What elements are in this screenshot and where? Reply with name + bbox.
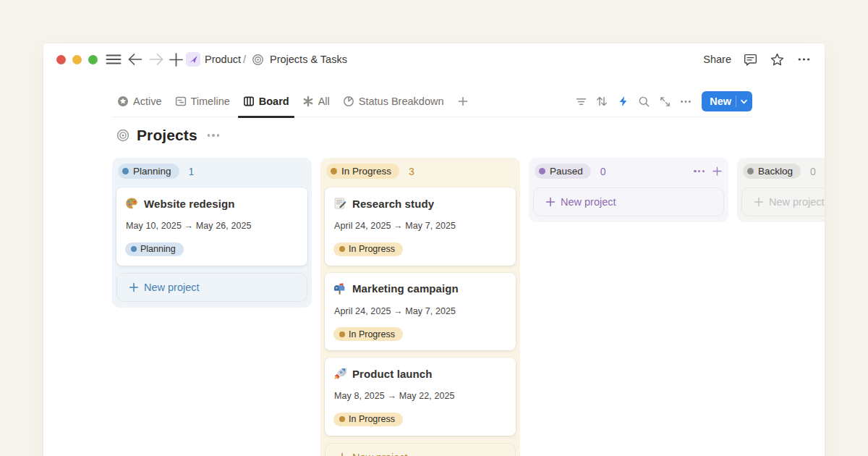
sidebar-menu-icon[interactable] [106,52,122,67]
tab-board[interactable]: Board [238,86,294,117]
status-dot-icon [339,416,345,422]
status-pill: Backlog [743,164,801,179]
new-button[interactable]: New [702,91,752,111]
page-title-row: Projects [116,127,219,143]
status-dot-icon [539,168,545,174]
tab-label: Status Breakdown [359,96,444,107]
status-dot-icon [747,168,754,174]
card-title: Research study [352,198,434,210]
status-pill-label: Planning [133,166,171,177]
new-project-label: New project [144,282,200,293]
card-status-pill: In Progress [333,413,403,426]
back-icon[interactable] [127,52,143,67]
search-icon[interactable] [637,95,650,108]
view-more-icon[interactable] [679,95,692,108]
new-project-button-in-progress[interactable]: New project [325,443,516,456]
column-count: 0 [600,166,606,177]
card-status-label: Planning [140,244,176,254]
card-date-range: May 10, 2025 → May 26, 2025 [126,221,299,231]
tab-timeline[interactable]: Timeline [170,86,235,117]
new-project-label: New project [352,452,408,456]
tab-label: All [318,96,330,107]
tab-active[interactable]: Active [112,86,167,117]
expand-icon[interactable] [658,95,671,108]
status-pill: Paused [535,164,591,179]
target-page-icon [250,52,265,67]
forward-icon[interactable] [148,52,164,67]
new-project-label: New project [769,196,825,208]
view-toolbar: New [574,91,752,111]
kanban-board: Planning 1 Website redesign May 10, 2025… [112,158,825,456]
card-date-range: April 24, 2025 → May 7, 2025 [334,221,507,231]
project-card-research-study[interactable]: Research study April 24, 2025 → May 7, 2… [325,187,516,266]
status-dot-icon [122,168,129,174]
column-header[interactable]: In Progress 3 [326,164,514,179]
add-view-icon[interactable] [457,96,469,107]
project-card-product-launch[interactable]: Product launch May 8, 2025 → May 22, 202… [325,358,516,436]
status-dot-icon [339,332,345,337]
comments-icon[interactable] [743,52,758,67]
card-status-label: In Progress [349,244,395,254]
page-title-more-icon[interactable] [208,134,220,137]
column-header[interactable]: Paused 0 [535,164,723,179]
view-tab-bar: Active Timeline Board All Status Breakdo… [112,86,752,117]
minimize-window-button[interactable] [72,55,82,64]
status-pill-label: Paused [550,166,583,177]
project-card-marketing-campaign[interactable]: Marketing campaign April 24, 2025 → May … [325,273,516,351]
status-dot-icon [339,246,345,252]
card-title: Product launch [352,368,433,380]
column-header[interactable]: Planning 1 [118,164,306,179]
tab-label: Board [259,96,289,107]
memo-emoji [333,197,346,210]
zoom-window-button[interactable] [88,55,98,64]
status-pill-label: Backlog [758,166,793,177]
status-pill-label: In Progress [341,166,391,177]
card-date-range: May 8, 2025 → May 22, 2025 [334,391,507,401]
project-card-website-redesign[interactable]: Website redesign May 10, 2025 → May 26, … [116,187,307,266]
tab-status-breakdown[interactable]: Status Breakdown [338,86,449,117]
page-title[interactable]: Projects [137,127,197,144]
board-column-backlog: Backlog 0 New project [737,158,825,222]
card-status-label: In Progress [349,329,395,339]
breadcrumb-separator: / [243,54,246,65]
titlebar: Product / Projects & Tasks Share [43,43,825,75]
more-options-icon[interactable] [796,52,812,67]
app-window: Product / Projects & Tasks Share Active [43,43,825,456]
workspace-icon[interactable] [186,52,200,67]
status-dot-icon [331,168,337,174]
favorite-star-icon[interactable] [770,52,785,67]
new-button-label[interactable]: New [702,96,736,107]
share-button[interactable]: Share [703,54,731,65]
status-pill: In Progress [326,164,399,179]
card-date-range: April 24, 2025 → May 7, 2025 [334,306,507,316]
tab-label: Active [133,96,162,107]
column-add-icon[interactable] [712,166,723,177]
new-project-button-backlog[interactable]: New project [741,187,825,216]
traffic-lights [56,55,98,64]
new-project-button-paused[interactable]: New project [533,187,724,216]
status-dot-icon [131,246,137,252]
tab-label: Timeline [191,96,230,107]
rocket-emoji [333,367,346,380]
status-pill: Planning [118,164,179,179]
board-column-planning: Planning 1 Website redesign May 10, 2025… [112,158,312,308]
new-project-label: New project [561,196,616,208]
breadcrumb-workspace[interactable]: Product [205,54,241,65]
breadcrumb-page[interactable]: Projects & Tasks [270,54,347,65]
column-count: 1 [189,166,195,177]
card-title: Website redesign [144,198,235,210]
new-project-button-planning[interactable]: New project [116,273,307,302]
card-status-pill: In Progress [333,327,403,341]
new-dropdown-chevron-icon[interactable] [736,98,752,106]
column-more-icon[interactable] [694,170,705,172]
board-column-paused: Paused 0 New project [529,158,728,222]
filter-icon[interactable] [574,95,587,108]
lightning-icon[interactable] [616,95,629,108]
target-page-icon-large[interactable] [116,129,129,142]
card-status-pill: Planning [125,242,184,256]
close-window-button[interactable] [56,55,66,64]
new-page-icon[interactable] [169,52,184,67]
column-header[interactable]: Backlog 0 [743,164,825,179]
tab-all[interactable]: All [297,86,335,117]
sort-icon[interactable] [595,95,608,108]
